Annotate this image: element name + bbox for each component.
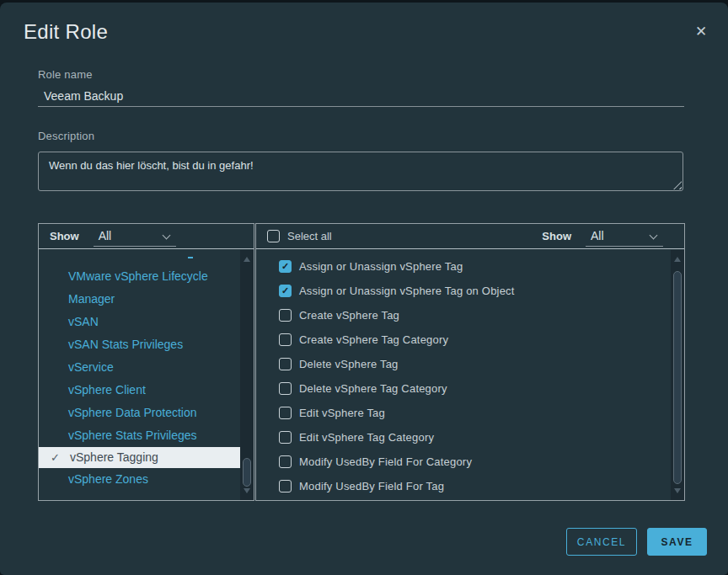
- privilege-checkbox[interactable]: ✓: [279, 407, 292, 419]
- privilege-checkbox[interactable]: ✓: [279, 309, 292, 322]
- privilege-item[interactable]: ✓ Assign or Unassign vSphere Tag on Obje…: [256, 279, 671, 303]
- privilege-item-label: Delete vSphere Tag Category: [299, 382, 447, 395]
- privileges-filter-group: Show All: [542, 226, 673, 247]
- scrollbar-thumb[interactable]: [243, 458, 251, 487]
- category-item[interactable]: ✓ vSphere Tagging: [39, 447, 240, 468]
- privilege-checkbox[interactable]: ✓: [279, 358, 292, 370]
- categories-filter-value: All: [94, 229, 112, 242]
- category-item-label: vSphere Tagging: [70, 447, 158, 468]
- category-item-label: vSphere Data Protection: [68, 406, 197, 419]
- privilege-item[interactable]: ✓ Delete vSphere Tag: [256, 352, 671, 376]
- categories-items: ✓ VMware vSphere Lifecycle Manager ✓ vSA…: [39, 250, 240, 491]
- check-icon: ✓: [51, 447, 70, 468]
- category-item-label: vSAN: [68, 315, 99, 328]
- select-all-label: Select all: [287, 230, 332, 242]
- category-item-label: vSphere Client: [68, 383, 146, 397]
- privileges-list: ✓ Assign or Unassign vSphere Tag ✓ Assig…: [256, 250, 684, 500]
- page-title: Edit Role: [24, 20, 108, 44]
- cancel-button[interactable]: CANCEL: [566, 528, 637, 556]
- category-item[interactable]: ✓ vService: [39, 356, 240, 379]
- privilege-item[interactable]: ✓ Edit vSphere Tag Category: [256, 425, 671, 450]
- check-icon: ✓: [281, 262, 289, 271]
- category-item-label: vSphere Stats Privileges: [68, 429, 197, 442]
- privilege-item[interactable]: ✓ Modify UsedBy Field For Category: [256, 450, 671, 474]
- scrollbar-thumb[interactable]: [673, 271, 682, 484]
- categories-scrollbar[interactable]: [240, 250, 254, 500]
- categories-filter-select[interactable]: All: [94, 226, 176, 247]
- scroll-down-icon[interactable]: [244, 488, 250, 493]
- privileges-panel: ✓ Select all Show All ✓ Assign or Unassi…: [255, 223, 685, 501]
- category-item[interactable]: ✓ vSphere Stats Privileges: [39, 424, 240, 447]
- chevron-down-icon: [162, 231, 170, 239]
- categories-list: ✓ VMware vSphere Lifecycle Manager ✓ vSA…: [39, 250, 254, 500]
- privilege-item-label: Edit vSphere Tag Category: [299, 431, 434, 444]
- privilege-item-label: Create vSphere Tag: [299, 309, 399, 322]
- privilege-checkbox[interactable]: ✓: [279, 285, 292, 297]
- edit-role-dialog: Edit Role ✕ Role name Veeam Backup Descr…: [0, 3, 728, 575]
- resize-handle-icon[interactable]: [673, 181, 682, 189]
- privilege-item-label: Edit vSphere Tag: [299, 407, 385, 419]
- privileges-filter-select[interactable]: All: [586, 226, 663, 247]
- privilege-item-label: Modify UsedBy Field For Tag: [299, 480, 444, 492]
- description-textarea[interactable]: Wenn du das hier löscht, bist du in gefa…: [38, 152, 683, 191]
- category-item-label: vSAN Stats Privileges: [68, 338, 183, 351]
- category-item[interactable]: ✓ vSphere Data Protection: [39, 402, 240, 424]
- privileges-filter-value: All: [586, 229, 604, 242]
- description-text: Wenn du das hier löscht, bist du in gefa…: [49, 159, 254, 172]
- privilege-item[interactable]: ✓ Create vSphere Tag: [256, 303, 671, 327]
- save-button[interactable]: SAVE: [647, 528, 707, 556]
- check-icon: ✓: [281, 286, 289, 295]
- category-item[interactable]: ✓ vSAN Stats Privileges: [39, 333, 240, 356]
- privilege-item[interactable]: ✓ Delete vSphere Tag Category: [256, 376, 671, 401]
- privilege-checkbox[interactable]: ✓: [279, 260, 292, 273]
- privileges-items: ✓ Assign or Unassign vSphere Tag ✓ Assig…: [256, 250, 671, 498]
- role-name-input[interactable]: Veeam Backup: [38, 83, 684, 107]
- privilege-checkbox[interactable]: ✓: [279, 382, 292, 395]
- category-item-label: VMware vSphere Lifecycle Manager: [68, 269, 208, 306]
- privilege-item-label: Assign or Unassign vSphere Tag: [299, 260, 463, 273]
- show-label: Show: [50, 230, 79, 242]
- category-item-label: vSphere Zones: [68, 472, 148, 486]
- role-name-label: Role name: [38, 68, 93, 81]
- scroll-down-icon[interactable]: [674, 488, 681, 493]
- category-item[interactable]: ✓ vSphere Client: [39, 379, 240, 402]
- privilege-item[interactable]: ✓ Edit vSphere Tag: [256, 401, 671, 425]
- privilege-item-label: Modify UsedBy Field For Category: [299, 455, 472, 468]
- privilege-checkbox[interactable]: ✓: [279, 431, 292, 444]
- category-item[interactable]: ✓ vSphere Zones: [39, 468, 240, 491]
- privileges-scrollbar[interactable]: [671, 250, 684, 500]
- privileges-panel-header: ✓ Select all Show All: [256, 224, 684, 249]
- privilege-checkbox[interactable]: ✓: [279, 455, 292, 468]
- privilege-checkbox[interactable]: ✓: [279, 480, 292, 492]
- description-label: Description: [38, 130, 94, 142]
- privilege-item-label: Delete vSphere Tag: [299, 358, 399, 370]
- category-item[interactable]: ✓ vSAN: [39, 311, 240, 333]
- show-label: Show: [542, 230, 571, 242]
- privilege-item-label: Assign or Unassign vSphere Tag on Object: [299, 285, 515, 297]
- privilege-checkbox[interactable]: ✓: [279, 333, 292, 346]
- category-item[interactable]: ✓ VMware vSphere Lifecycle Manager: [39, 265, 240, 311]
- categories-panel: Show All ✓ VMware vSphere Lifecycle Mana…: [38, 223, 254, 501]
- scroll-up-icon[interactable]: [674, 257, 681, 262]
- privilege-item[interactable]: ✓ Modify UsedBy Field For Tag: [256, 474, 671, 498]
- privilege-item-label: Create vSphere Tag Category: [299, 333, 448, 346]
- category-item-label: vService: [68, 360, 114, 374]
- clipped-list-item-fragment: [188, 257, 193, 258]
- close-icon[interactable]: ✕: [691, 21, 711, 41]
- chevron-down-icon: [650, 231, 658, 239]
- scroll-up-icon[interactable]: [244, 257, 250, 262]
- privilege-item[interactable]: ✓ Create vSphere Tag Category: [256, 327, 671, 352]
- select-all-checkbox[interactable]: ✓: [267, 230, 280, 242]
- privilege-item[interactable]: ✓ Assign or Unassign vSphere Tag: [256, 254, 671, 279]
- categories-panel-header: Show All: [39, 224, 254, 249]
